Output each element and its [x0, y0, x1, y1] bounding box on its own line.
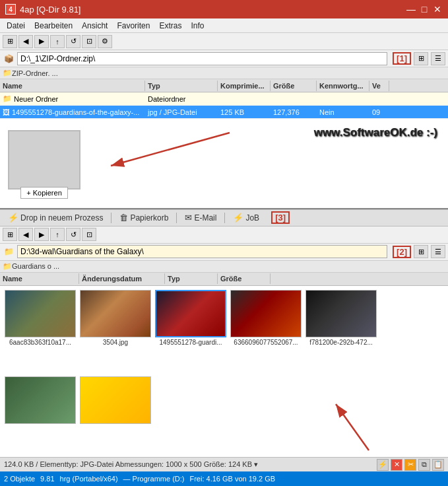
table-row[interactable]: 🖼1495551278-guardians-of-the-galaxy-... … — [0, 106, 448, 119]
top-toolbar: ⊞ ◀ ▶ ↑ ↺ ⊡ ⚙ — [0, 33, 448, 50]
bottom-status-bar: 2 Objekte 9.81 hrg (Portabel/x64) — Prog… — [0, 471, 448, 486]
view-btn[interactable]: ⊡ — [82, 35, 96, 48]
col-type[interactable]: Typ — [145, 81, 218, 91]
bottom-toolbar-btn-1[interactable]: ⊞ — [3, 228, 17, 241]
refresh-button[interactable]: ↺ — [66, 35, 80, 48]
table-row[interactable]: 📁Neuer Ordner Dateiordner — [0, 92, 448, 106]
lightning-icon-2: ⚡ — [233, 213, 243, 223]
thumb-label: 6aac83b363f10a17... — [9, 339, 71, 346]
drop-zone[interactable]: + Kopieren — [8, 130, 80, 190]
top-address-input[interactable]: D:\_1\ZIP-Ordner.zip\ — [17, 52, 387, 65]
folder-icon-addr: 📁 — [3, 246, 15, 258]
top-address-bar: 📦 D:\_1\ZIP-Ordner.zip\ [1] ⊞ ☰ — [0, 50, 448, 67]
file-icon: 🖼 — [3, 108, 10, 116]
bottom-forward-button[interactable]: ▶ — [34, 228, 49, 241]
col-size[interactable]: Größe — [271, 81, 317, 91]
list-item[interactable] — [79, 376, 152, 453]
bottom-file-header: Name Änderungsdatum Typ Größe — [0, 273, 448, 286]
back-button[interactable]: ◀ — [18, 35, 33, 48]
status-icons: ⚡ ✕ ✂ ⧉ 📋 — [377, 459, 444, 471]
bottom-back-button[interactable]: ◀ — [18, 228, 33, 241]
lightning-status-icon[interactable]: ⚡ — [377, 459, 389, 471]
copy-button[interactable]: + Kopieren — [20, 187, 68, 199]
thumb-gamora — [230, 290, 302, 337]
separator-3 — [224, 213, 225, 223]
status-free: Frei: 4.16 GB von 19.2 GB — [189, 475, 275, 483]
list-item[interactable]: 6aac83b363f10a17... — [4, 290, 77, 374]
zip-icon: 📦 — [3, 53, 15, 65]
bottom-col-modified[interactable]: Änderungsdatum — [79, 273, 165, 284]
top-panel: 📁 ZIP-Ordner. ... Name Typ Komprimie... … — [0, 67, 448, 209]
list-item[interactable]: f781200e-292b-472... — [305, 290, 377, 374]
top-label-1: [1] — [393, 52, 411, 65]
menu-info[interactable]: Info — [187, 20, 208, 32]
thumbnail-grid: 6aac83b363f10a17... 3504.jpg 1495551278-… — [0, 286, 448, 458]
col-v[interactable]: Ve — [369, 81, 389, 91]
task-bar: ⚡ Drop in neuem Prozess 🗑 Papierkorb ✉ E… — [0, 209, 448, 226]
col-password[interactable]: Kennwortg... — [317, 81, 369, 91]
lightning-icon-1: ⚡ — [8, 213, 18, 223]
task-drop-process[interactable]: ⚡ Drop in neuem Prozess — [4, 212, 107, 223]
menu-ansicht[interactable]: Ansicht — [78, 20, 112, 32]
menu-favoriten[interactable]: Favoriten — [113, 20, 154, 32]
thumb-nebula — [305, 290, 377, 337]
thumb-groot1 — [5, 290, 76, 337]
bottom-toolbar: ⊞ ◀ ▶ ↑ ↺ ⊡ — [0, 226, 448, 244]
bracket-label-3: [3] — [271, 211, 290, 224]
minimize-button[interactable]: — — [406, 4, 416, 15]
list-item[interactable]: 3504.jpg — [79, 290, 152, 374]
window-controls: — □ ✕ — [406, 4, 443, 15]
forward-button[interactable]: ▶ — [34, 35, 49, 48]
title-bar: 4 4ap [Q-Dir 9.81] — □ ✕ — [0, 0, 448, 18]
arrow-right-to-left — [104, 126, 236, 179]
toolbar-btn-1[interactable]: ⊞ — [3, 35, 17, 48]
copy-status-icon[interactable]: ⧉ — [418, 459, 430, 471]
email-icon: ✉ — [185, 213, 192, 223]
top-view-toggle[interactable]: ⊞ — [414, 52, 428, 65]
zip-folder-icon: 📁 — [3, 69, 12, 77]
settings-btn[interactable]: ⚙ — [98, 35, 112, 48]
top-view-list[interactable]: ☰ — [431, 52, 445, 65]
delete-status-icon[interactable]: ✕ — [391, 459, 402, 471]
task-papierkorb[interactable]: 🗑 Papierkorb — [115, 212, 172, 223]
title-bar-left: 4 4ap [Q-Dir 9.81] — [5, 4, 81, 15]
top-file-header: Name Typ Komprimie... Größe Kennwortg...… — [0, 79, 448, 92]
list-item[interactable] — [4, 376, 77, 453]
menu-bearbeiten[interactable]: Bearbeiten — [30, 20, 77, 32]
task-email[interactable]: ✉ E-Mail — [181, 212, 220, 223]
scissors-status-icon[interactable]: ✂ — [404, 459, 416, 471]
menu-extras[interactable]: Extras — [155, 20, 185, 32]
task-job[interactable]: ⚡ JoB — [229, 212, 263, 223]
bottom-panel: 📁 Guardians o ... Name Änderungsdatum Ty… — [0, 261, 448, 458]
separator-1 — [111, 213, 112, 223]
bottom-address-bar: 📁 D:\3d-wal\Guardians of the Galaxy\ [2]… — [0, 244, 448, 261]
list-item[interactable]: 6366096077552067... — [230, 290, 302, 374]
status-version: 9.81 — [40, 475, 54, 483]
thumb-label: 1495551278-guardi... — [159, 339, 222, 346]
bottom-view-list[interactable]: ☰ — [431, 245, 445, 258]
bottom-view-toggle[interactable]: ⊞ — [414, 245, 428, 258]
thumb-label: f781200e-292b-472... — [309, 339, 373, 346]
bottom-col-size[interactable]: Größe — [218, 273, 271, 284]
status-user: hrg (Portabel/x64) — [60, 475, 118, 483]
bottom-label-2: [2] — [393, 246, 411, 258]
bottom-breadcrumb: 📁 Guardians o ... — [0, 261, 448, 273]
thumb-label: 3504.jpg — [103, 339, 128, 346]
status-drive: — Programme (D:) — [123, 475, 185, 483]
bottom-view-btn[interactable]: ⊡ — [82, 228, 96, 241]
thumb-label: 6366096077552067... — [234, 339, 298, 346]
col-compressed[interactable]: Komprimie... — [218, 81, 271, 91]
svg-line-1 — [111, 133, 230, 166]
bottom-col-name[interactable]: Name — [0, 273, 79, 284]
bottom-up-button[interactable]: ↑ — [50, 228, 65, 241]
close-button[interactable]: ✕ — [432, 4, 443, 15]
up-button[interactable]: ↑ — [50, 35, 65, 48]
list-item[interactable]: 1495551278-guardi... — [154, 290, 227, 374]
paste-status-icon[interactable]: 📋 — [432, 459, 444, 471]
bottom-refresh-button[interactable]: ↺ — [66, 228, 80, 241]
menu-datei[interactable]: Datei — [3, 20, 29, 32]
maximize-button[interactable]: □ — [419, 4, 430, 15]
bottom-col-type[interactable]: Typ — [165, 273, 218, 284]
col-name[interactable]: Name — [0, 81, 145, 91]
bottom-address-input[interactable]: D:\3d-wal\Guardians of the Galaxy\ — [17, 245, 387, 258]
